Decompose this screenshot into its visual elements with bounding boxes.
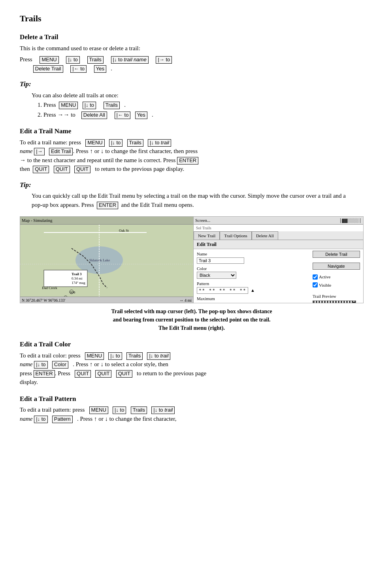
key-quit3-en: QUIT: [74, 166, 90, 173]
edit-color-body: To edit a trail color: press MENU | to T…: [20, 351, 357, 387]
caption-line2: and bearing from current position to the…: [113, 317, 270, 323]
delete-trail-heading: Delete a Trail: [20, 32, 357, 42]
map-scale-icon: ↔ 4 mi: [179, 297, 192, 303]
key-menu-tip1: MENU: [59, 102, 78, 109]
tab-new-trail[interactable]: New Trail: [194, 231, 220, 240]
svg-text:0.34 mi: 0.34 mi: [72, 276, 83, 280]
map-right-panel: Screen... │▓▓░░░░│ Sol Trails New Trail …: [194, 217, 363, 303]
edit-color-heading: Edit a Trail Color: [20, 339, 357, 350]
trail-preview-section: Trail Preview: [313, 291, 360, 303]
name-label: Name: [197, 251, 224, 257]
edit-name-heading: Edit a Trail Name: [20, 126, 357, 136]
key-color-ec: Color: [52, 361, 68, 369]
svg-text:Dad Creek: Dad Creek: [42, 286, 57, 290]
trail-preview-label: Trail Preview: [313, 294, 336, 299]
key-enter-en: ENTER: [177, 157, 198, 164]
trail-preview-dot: [352, 302, 356, 304]
visible-row: Visible: [313, 282, 360, 289]
key-down2-ec: | to: [34, 361, 47, 369]
key-trails: Trails: [87, 56, 104, 64]
scroll-bar: │▓▓░░░░│: [339, 217, 362, 223]
caption: Trail selected with map cursor (left). T…: [20, 307, 364, 332]
delete-press-line: Press MENU | to Trails | to trail name |…: [20, 55, 357, 73]
name-input[interactable]: [197, 257, 244, 264]
screen-label: Screen...: [195, 217, 210, 224]
key-down-trail-en: | to trail: [148, 139, 171, 147]
key-quit2-en: QUIT: [54, 166, 70, 173]
key-down-trail-ep: | to trail: [151, 406, 175, 414]
active-label: Active: [319, 274, 330, 280]
edit-pattern-body: To edit a trail pattern: press MENU | to…: [20, 405, 357, 423]
tip-1-text: You can also delete all trails at once:: [32, 91, 357, 100]
pattern-row: Pattern: [197, 280, 309, 287]
key-del-all: Delete All: [81, 112, 107, 119]
key-menu-ec: MENU: [85, 352, 104, 360]
tip-2-block: You can quickly call up the Edit Trail m…: [32, 191, 357, 209]
pattern-input[interactable]: [197, 287, 248, 294]
key-down2-ep: | to: [34, 416, 47, 423]
visible-checkbox[interactable]: [313, 282, 318, 287]
key-del-trail: Delete Trail: [33, 65, 63, 73]
key-right-en: |: [34, 148, 44, 155]
svg-text:Oak St: Oak St: [119, 229, 129, 233]
breadcrumb: Sol Trails: [194, 225, 363, 231]
key-enter-tip2: ENTER: [97, 202, 118, 209]
key-yes: Yes: [94, 65, 106, 73]
key-trails-tip1: Trails: [104, 102, 120, 109]
name-row: Name: [197, 251, 309, 257]
tip-step-1: Press MENU | to Trails .: [43, 100, 357, 110]
key-edit-trail-en: Edit Trail: [49, 148, 73, 155]
map-figure: Map - Simulating Sklatook Lake Oak St Tr…: [20, 216, 364, 303]
edit-trail-form: Name Color Black Red Blue Pattern: [194, 249, 363, 303]
trails-tabs: New Trail Trail Options Delete All: [194, 231, 363, 240]
tip-step-2: Press → to Delete All | to Yes .: [43, 110, 357, 119]
key-quit2-ec: QUIT: [95, 370, 111, 378]
tab-trail-options[interactable]: Trail Options: [220, 231, 252, 240]
map-bottom-bar: N 36°20.467' W 96°06.133' ↔ 4 mi: [20, 297, 193, 303]
key-down-to-ec: | to: [108, 352, 122, 360]
color-select[interactable]: Black Red Blue: [197, 272, 236, 279]
active-checkbox[interactable]: [313, 274, 318, 280]
key-down-to-trail: | to trail name: [111, 56, 149, 64]
tip-2-text: You can quickly call up the Edit Trail m…: [32, 191, 357, 209]
form-right: Delete Trail Navigate Active Visible Tra…: [313, 251, 360, 303]
svg-text:006: 006: [70, 291, 75, 294]
tip-2-label: Tip:: [20, 180, 357, 190]
key-down-to-1: | to: [66, 56, 79, 64]
visible-label: Visible: [319, 282, 331, 289]
navigate-btn[interactable]: Navigate: [313, 263, 360, 270]
key-left-to-tip1: | to: [115, 112, 131, 119]
tip-1-block: You can also delete all trails at once: …: [32, 91, 357, 119]
active-row: Active: [313, 274, 360, 280]
edit-trail-header: Edit Trail: [194, 240, 363, 249]
pattern-indicator: ▲: [251, 287, 255, 294]
tip-1-label: Tip:: [20, 79, 357, 89]
map-svg: Sklatook Lake Oak St Trail 3 0.34 mi 174…: [20, 225, 194, 304]
key-menu: MENU: [40, 56, 58, 64]
key-down-trail-ec: | to trail: [147, 352, 170, 360]
max-points-label: Maximum Points: [197, 295, 224, 304]
key-down-to-tip1: | to: [83, 102, 96, 109]
form-left: Name Color Black Red Blue Pattern: [197, 251, 309, 303]
caption-line3: The Edit Trail menu (right).: [158, 325, 225, 331]
key-down-to-en: | to: [109, 139, 123, 147]
page-title: Trails: [20, 12, 357, 25]
key-quit-en: QUIT: [33, 166, 49, 173]
tip-1-steps: Press MENU | to Trails . Press → to Dele…: [43, 100, 357, 119]
delete-intro: This is the command used to erase or del…: [20, 44, 357, 53]
key-trails-ep: Trails: [131, 406, 147, 414]
color-label: Color: [197, 265, 224, 272]
key-quit-ec: QUIT: [75, 370, 91, 378]
key-trails-ec: Trails: [126, 352, 143, 360]
key-quit3-ec: QUIT: [116, 370, 132, 378]
delete-trail-btn[interactable]: Delete Trail: [313, 251, 360, 258]
key-menu-ep: MENU: [89, 406, 108, 414]
pattern-input-row: ▲: [197, 287, 309, 294]
map-left-panel: Map - Simulating Sklatook Lake Oak St Tr…: [20, 217, 194, 303]
color-row: Color: [197, 265, 309, 272]
key-pattern-ep: Pattern: [52, 416, 73, 423]
key-enter-ec: ENTER: [34, 370, 55, 378]
pattern-label: Pattern: [197, 280, 224, 287]
key-menu-en: MENU: [85, 139, 104, 147]
tab-delete-all[interactable]: Delete All: [252, 231, 278, 240]
